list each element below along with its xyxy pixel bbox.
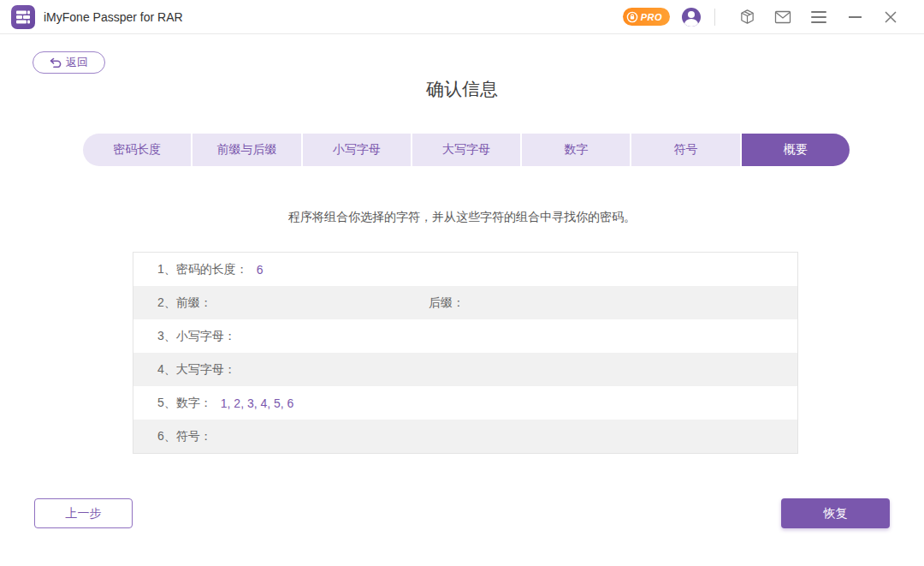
row-label: 6、符号： [157,429,212,444]
pro-badge[interactable]: PRO [623,8,670,26]
user-avatar-icon[interactable] [682,8,701,27]
row-value: 1, 2, 3, 4, 5, 6 [221,396,294,410]
pro-badge-label: PRO [641,12,662,22]
summary-row-uppercase: 4、大写字母： [133,353,797,386]
close-button[interactable] [882,9,899,26]
lock-icon [626,11,638,23]
titlebar: iMyFone Passper for RAR PRO [0,0,924,34]
back-button[interactable]: 返回 [33,51,105,74]
app-title: iMyFone Passper for RAR [44,10,183,24]
page-title: 确认信息 [0,77,924,101]
minimize-button[interactable] [846,9,863,26]
row-label: 3、小写字母： [157,329,236,344]
package-icon[interactable] [738,9,755,26]
summary-table: 1、密码的长度： 6 2、前缀： 后缀： 3、小写字母： 4、大写字母： 5、数… [133,252,798,454]
tab-uppercase[interactable]: 大写字母 [412,134,520,166]
titlebar-separator [714,9,715,26]
tab-lowercase[interactable]: 小写字母 [303,134,411,166]
step-tabs: 密码长度 前缀与后缀 小写字母 大写字母 数字 符号 概要 [83,134,850,166]
summary-description: 程序将组合你选择的字符，并从这些字符的组合中寻找你的密码。 [0,210,924,225]
undo-arrow-icon [50,57,62,68]
tab-password-length[interactable]: 密码长度 [83,134,191,166]
tab-symbols[interactable]: 符号 [631,134,739,166]
mail-icon[interactable] [774,9,791,26]
row-label-suffix: 后缀： [429,295,465,311]
back-button-label: 返回 [66,55,88,70]
tab-numbers[interactable]: 数字 [522,134,630,166]
menu-icon[interactable] [810,9,827,26]
tab-prefix-suffix[interactable]: 前缀与后缀 [192,134,300,166]
recover-button[interactable]: 恢复 [781,498,890,528]
tab-summary[interactable]: 概要 [742,134,850,166]
row-label: 2、前缀： [157,295,212,311]
summary-row-prefix-suffix: 2、前缀： 后缀： [133,286,797,319]
row-value: 6 [257,263,264,277]
summary-row-numbers: 5、数字： 1, 2, 3, 4, 5, 6 [133,386,797,420]
previous-step-button[interactable]: 上一步 [34,498,133,528]
row-label: 4、大写字母： [157,362,236,378]
app-logo-icon [11,5,35,29]
row-label: 1、密码的长度： [157,262,248,277]
summary-row-password-length: 1、密码的长度： 6 [133,253,797,286]
summary-row-symbols: 6、符号： [133,420,797,453]
row-label: 5、数字： [157,396,212,411]
summary-row-lowercase: 3、小写字母： [133,319,797,353]
